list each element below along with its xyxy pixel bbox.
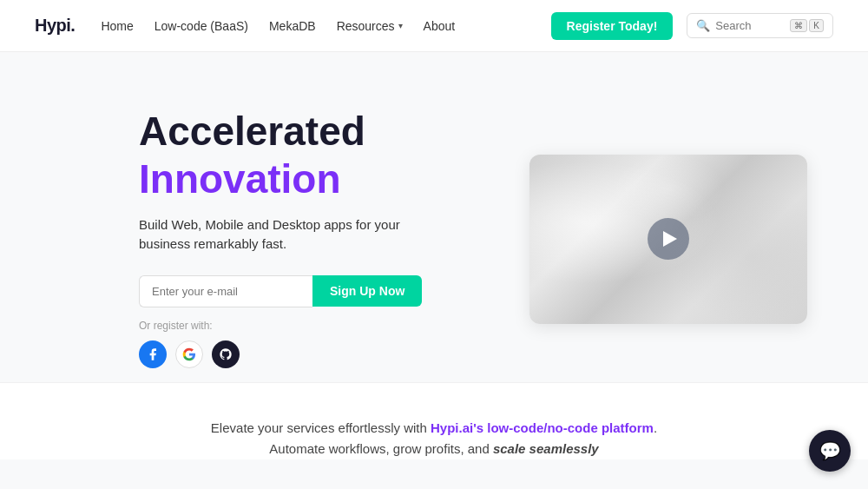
hero-title-line1: Accelerated	[139, 109, 473, 154]
github-icon[interactable]	[212, 340, 240, 368]
hero-right	[473, 155, 833, 324]
ctrl-key: ⌘	[790, 19, 807, 32]
hero-left: Accelerated Innovation Build Web, Mobile…	[139, 109, 473, 367]
or-register-label: Or register with:	[139, 320, 473, 332]
register-button[interactable]: Register Today!	[551, 12, 674, 40]
email-field[interactable]	[139, 275, 312, 307]
chevron-down-icon: ▾	[398, 21, 403, 30]
hero-section: Accelerated Innovation Build Web, Mobile…	[0, 52, 868, 382]
signup-button[interactable]: Sign Up Now	[312, 275, 422, 307]
bottom-section: Elevate your services effortlessly with …	[0, 382, 868, 459]
nav-left: Hypi. Home Low-code (BaaS) MekaDB Resour…	[35, 16, 455, 36]
play-button[interactable]	[648, 218, 689, 260]
k-key: K	[809, 19, 824, 32]
search-icon: 🔍	[696, 19, 710, 32]
social-icons	[139, 340, 473, 368]
search-bar[interactable]: 🔍 ⌘ K	[687, 13, 833, 38]
hero-subtitle: Build Web, Mobile and Desktop apps for y…	[139, 215, 417, 254]
video-thumbnail[interactable]	[529, 155, 807, 324]
google-icon[interactable]	[175, 340, 203, 368]
navbar: Hypi. Home Low-code (BaaS) MekaDB Resour…	[0, 0, 868, 52]
bottom-text-plain: Elevate your services effortlessly with	[211, 420, 431, 435]
bottom-text-highlight[interactable]: Hypi.ai's low-code/no-code platform	[431, 420, 654, 435]
nav-item-about[interactable]: About	[424, 19, 456, 33]
play-icon	[663, 231, 677, 247]
facebook-icon[interactable]	[139, 340, 167, 368]
signup-form: Sign Up Now	[139, 275, 473, 307]
bottom-text-bold: scale seamlessly	[493, 441, 599, 456]
nav-item-mekadb[interactable]: MekaDB	[269, 19, 316, 33]
resources-label: Resources	[337, 19, 395, 33]
search-keyboard-shortcut: ⌘ K	[790, 19, 824, 32]
chat-button[interactable]: 💬	[809, 430, 851, 472]
nav-item-home[interactable]: Home	[101, 19, 133, 33]
nav-links: Home Low-code (BaaS) MekaDB Resources ▾ …	[101, 19, 455, 33]
chat-icon: 💬	[819, 440, 841, 461]
search-input[interactable]	[715, 19, 785, 32]
bottom-text: Elevate your services effortlessly with …	[191, 418, 677, 459]
hero-title-line2: Innovation	[139, 157, 473, 202]
nav-item-lowcode[interactable]: Low-code (BaaS)	[155, 19, 248, 33]
nav-right: Register Today! 🔍 ⌘ K	[551, 12, 833, 40]
logo[interactable]: Hypi.	[35, 16, 75, 36]
nav-item-resources[interactable]: Resources ▾	[337, 19, 403, 33]
